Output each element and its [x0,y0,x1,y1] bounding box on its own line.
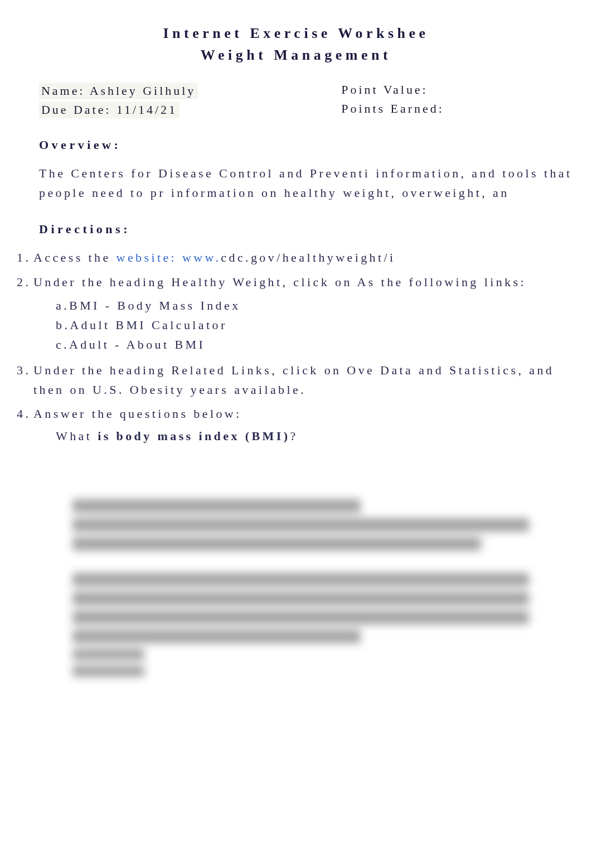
due-date-label: Due Date: [41,103,111,117]
direction-item-1: 1. Access the website: www.cdc.gov/healt… [17,248,575,267]
info-row-2: Due Date: 11/14/21 Points Earned: [17,102,575,118]
info-row-1: Name: Ashley Gilhuly Point Value: [17,83,575,99]
item-text-suffix: cdc.gov/healthyweight/i [221,250,395,264]
question-bold-is: is [98,429,110,443]
points-earned-label: Points Earned: [341,102,444,115]
blurred-line [72,537,481,551]
sub-item-a: a.BMI - Body Mass Index [56,296,575,315]
direction-item-4: 4. Answer the questions below: [17,404,575,423]
document-title: Internet Exercise Workshee Weight Manage… [17,22,575,66]
blurred-line [72,518,529,532]
point-value-label: Point Value: [341,83,428,97]
blurred-line [72,611,529,624]
item-text-prefix: Access the [33,250,117,264]
item-text: Answer the questions below: [33,404,575,423]
points-earned-field: Points Earned: [341,102,553,118]
blurred-line [72,649,144,660]
item-number: 3. [17,360,33,399]
direction-item-3: 3. Under the heading Related Links, clic… [17,360,575,399]
due-date-value: 11/14/21 [117,103,177,117]
item-number: 1. [17,248,33,267]
website-link[interactable]: website: www. [117,250,221,264]
question-text: What is body mass index (BMI)? [56,429,575,443]
sub-list: a.BMI - Body Mass Index b.Adult BMI Calc… [56,296,575,354]
direction-item-2: 2. Under the heading Healthy Weight, cli… [17,272,575,292]
directions-heading: Directions: [39,222,575,237]
question-bold: body mass index (BMI) [117,429,290,443]
name-label: Name: [41,84,85,98]
name-value: Ashley Gilhuly [90,84,196,98]
blurred-line [72,630,361,643]
title-line-2: Weight Management [17,44,575,66]
item-number: 4. [17,404,33,423]
overview-text: The Centers for Disease Control and Prev… [39,163,575,202]
item-text: Under the heading Related Links, click o… [33,360,575,399]
due-date-field: Due Date: 11/14/21 [39,102,341,118]
sub-item-c: c.Adult - About BMI [56,335,575,354]
item-text: Under the heading Healthy Weight, click … [33,272,575,292]
question-prefix: What [56,429,98,443]
blurred-line [72,573,529,586]
point-value-field: Point Value: [341,83,553,99]
blurred-line [72,499,361,513]
blurred-line [72,592,529,605]
name-field: Name: Ashley Gilhuly [39,83,341,99]
blurred-content [72,499,553,677]
item-number: 2. [17,272,33,292]
blurred-line [72,666,144,677]
sub-item-b: b.Adult BMI Calculator [56,316,575,334]
overview-heading: Overview: [39,138,575,152]
title-line-1: Internet Exercise Workshee [17,22,575,44]
